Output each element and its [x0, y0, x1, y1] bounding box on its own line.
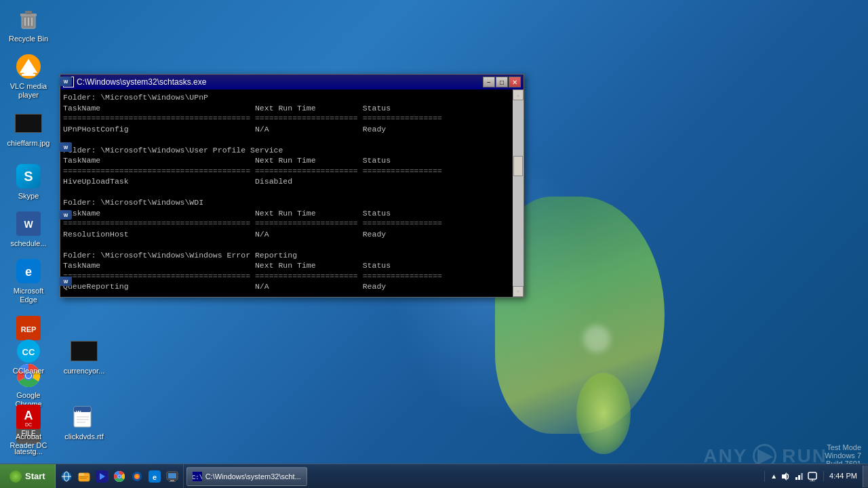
cmd-separator-3: ========================================… — [63, 218, 509, 229]
svg-text:W: W — [24, 219, 33, 230]
desktop-icon-skype[interactable]: S Skype — [1, 159, 56, 205]
image-thumbnail — [15, 114, 42, 133]
cmd-line-9: ResolutionHost N/A Ready — [63, 229, 509, 240]
tray-network-icon[interactable] — [793, 471, 804, 482]
cmd-line-8: TaskName Next Run Time Status — [63, 208, 509, 219]
side-icons-group: W — [60, 77, 72, 86]
desktop-icon-clickdvds[interactable]: W clickdvds.rtf — [57, 399, 111, 445]
svg-rect-48 — [79, 473, 84, 476]
clickdvds-icon: W — [71, 403, 98, 430]
cmd-separator-2: ========================================… — [63, 166, 509, 177]
taskbar-media-icon[interactable] — [94, 468, 110, 485]
vlc-icon — [15, 53, 42, 80]
cmd-line-1: Folder: \Microsoft\Windows\UPnP — [63, 92, 509, 103]
svg-text:e: e — [25, 265, 32, 279]
word-icon-group-2: W — [60, 142, 72, 152]
cmd-line-11: TaskName Next Run Time Status — [63, 260, 509, 271]
cmd-line-12: QueueReporting N/A Ready — [63, 281, 509, 292]
acrobat-label: Acrobat Reader DC — [4, 432, 53, 450]
svg-rect-2 — [25, 11, 32, 14]
start-orb-icon — [9, 470, 22, 483]
cmd-line-10: Folder: \Microsoft\Windows\Windows Error… — [63, 250, 509, 261]
desktop-icon-chieffarm[interactable]: chieffarm.jpg — [1, 106, 56, 152]
cmd-minimize-button[interactable]: − — [483, 77, 495, 87]
cmd-window-controls: − □ ✕ — [483, 77, 521, 87]
edge-icon: e — [15, 258, 42, 285]
ccleaner-label: CCleaner — [13, 367, 44, 375]
desktop-icon-currencyor[interactable]: currencyor... — [57, 333, 111, 380]
svg-rect-8 — [24, 72, 33, 74]
desktop-icon-recycle-bin[interactable]: Recycle Bin — [1, 1, 56, 47]
cmd-task-icon: C:\ — [193, 472, 202, 481]
cmd-line-5: TaskName Next Run Time Status — [63, 155, 509, 166]
currencyor-label: currencyor... — [64, 367, 105, 375]
taskbar-firefox-icon[interactable] — [129, 468, 145, 485]
tray-action-center-icon[interactable] — [807, 471, 818, 482]
cmd-line-6: HiveUploadTask Disabled — [63, 176, 509, 187]
schedule-icon: W — [15, 210, 42, 237]
taskbar-clock[interactable]: 4:44 PM — [823, 471, 863, 481]
bg-decoration-3 — [576, 373, 631, 454]
desktop: Recycle Bin VLC media player chieffarm.j… — [0, 0, 868, 488]
desktop-icon-acrobat-area: A DC Acrobat Reader DC — [0, 398, 57, 455]
vlc-label: VLC media player — [4, 82, 53, 100]
taskbar: Start — [0, 464, 868, 488]
desktop-icon-edge[interactable]: e Microsoft Edge — [1, 253, 56, 308]
svg-rect-72 — [808, 472, 816, 479]
cmd-line-4: Folder: \Microsoft\Windows\User Profile … — [63, 145, 509, 156]
taskbar-edge-icon[interactable]: e — [146, 468, 163, 485]
show-desktop-button[interactable] — [863, 466, 868, 487]
cmd-titlebar: ■ C:\Windows\system32\schtasks.exe − □ ✕ — [60, 75, 524, 89]
taskbar-explorer-icon[interactable] — [76, 468, 92, 485]
tray-expand-button[interactable]: ▲ — [770, 472, 777, 480]
desktop-icon-clickdvds-area: W clickdvds.rtf — [56, 398, 113, 447]
scrollbar-down-button[interactable]: ▼ — [513, 286, 524, 297]
word-small-icon-1: W — [60, 77, 72, 86]
taskbar-chrome-icon[interactable] — [111, 468, 127, 485]
desktop-icon-schedule[interactable]: W schedule... — [1, 206, 56, 252]
clickdvds-label: clickdvds.rtf — [64, 432, 103, 441]
svg-rect-65 — [169, 481, 176, 482]
start-button[interactable]: Start — [0, 464, 56, 489]
taskbar-task-cmd[interactable]: C:\ C:\Windows\system32\scht... — [186, 467, 307, 486]
scrollbar-up-button[interactable]: ▲ — [513, 89, 524, 100]
test-mode-line2: Windows 7 — [825, 451, 861, 460]
cmd-task-label: C:\Windows\system32\scht... — [205, 472, 301, 481]
start-label: Start — [25, 471, 45, 481]
side-icon-1: W — [60, 77, 72, 86]
schedule-label: schedule... — [10, 239, 46, 248]
word-icon-group-4: W — [60, 277, 72, 286]
svg-text:A: A — [24, 409, 33, 422]
currencyor-thumbnail — [71, 341, 98, 361]
scrollbar-track — [513, 100, 524, 286]
recycle-bin-label: Recycle Bin — [9, 35, 48, 43]
cmd-separator-1: ========================================… — [63, 113, 509, 124]
cmd-maximize-button[interactable]: □ — [496, 77, 508, 87]
test-mode-line1: Test Mode — [825, 443, 861, 451]
cmd-spacer-4 — [63, 292, 509, 294]
taskbar-desktop-icon[interactable] — [164, 468, 180, 485]
system-tray: ▲ — [764, 471, 823, 482]
cmd-spacer-3 — [63, 239, 509, 250]
svg-text:C:\: C:\ — [193, 474, 202, 481]
svg-rect-70 — [798, 475, 800, 480]
desktop-icon-acrobat[interactable]: A DC Acrobat Reader DC — [1, 399, 56, 454]
cmd-close-button[interactable]: ✕ — [509, 77, 521, 87]
scrollbar-thumb[interactable] — [513, 156, 523, 176]
cmd-text-area: Folder: \Microsoft\Windows\UPnP TaskName… — [63, 92, 521, 294]
svg-text:S: S — [24, 169, 33, 184]
bg-decoration-4 — [583, 325, 610, 352]
cmd-line-2: TaskName Next Run Time Status — [63, 103, 509, 114]
desktop-icon-ccleaner[interactable]: CC CCleaner — [1, 333, 56, 380]
svg-rect-71 — [801, 473, 803, 480]
cmd-content: Folder: \Microsoft\Windows\UPnP TaskName… — [60, 89, 524, 297]
desktop-icon-vlc[interactable]: VLC media player — [1, 49, 56, 104]
svg-text:CC: CC — [22, 347, 35, 357]
cmd-spacer-1 — [63, 134, 509, 145]
svg-point-56 — [118, 475, 121, 478]
svg-text:DC: DC — [25, 422, 32, 427]
taskbar-ie-icon[interactable] — [58, 468, 75, 485]
tray-speaker-icon[interactable] — [780, 471, 791, 482]
cmd-line-3: UPnPHostConfig N/A Ready — [63, 124, 509, 135]
cmd-scrollbar[interactable]: ▲ ▼ — [513, 89, 524, 297]
